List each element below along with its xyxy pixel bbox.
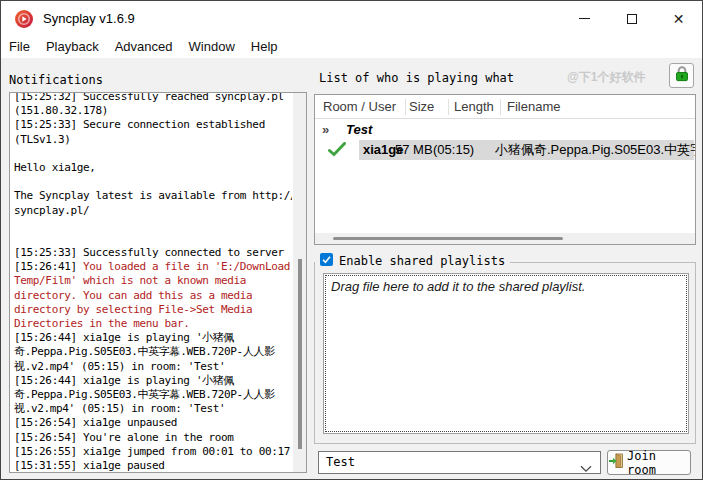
app-logo-icon	[14, 9, 34, 29]
join-room-label: Join room	[627, 449, 690, 477]
room-name: Test	[346, 121, 372, 139]
drag-hint-text: Drag file here to add it to the shared p…	[331, 279, 585, 294]
column-divider	[448, 99, 449, 115]
menu-bar: FilePlaybackAdvancedWindowHelp	[1, 36, 702, 58]
log-line: [15:26:44] xia1ge is playing '小猪佩	[14, 374, 292, 388]
log-line: (151.80.32.178)	[14, 104, 292, 118]
playing-table-header[interactable]: Room / User Size Length Filename	[315, 95, 695, 119]
log-line: 奇.Peppa.Pig.S05E03.中英字幕.WEB.720P-人人影	[14, 388, 292, 402]
user-filename: 小猪佩奇.Peppa.Pig.S05E03.中英字幕.WEB.720P-人人影视…	[495, 140, 695, 160]
room-combobox[interactable]: Test	[318, 451, 601, 474]
menu-window[interactable]: Window	[181, 36, 243, 58]
table-hscrollbar-thumb[interactable]	[333, 237, 563, 240]
table-hscrollbar[interactable]	[315, 233, 695, 244]
column-room-user[interactable]: Room / User	[323, 95, 396, 119]
user-file-length: (05:15)	[433, 140, 474, 160]
door-icon	[608, 453, 624, 473]
maximize-icon	[627, 14, 637, 24]
log-line: (TLSv1.3)	[14, 133, 292, 147]
checkbox-checked-icon[interactable]	[320, 252, 333, 270]
watermark-text: @下1个好软件	[567, 69, 645, 86]
log-line: [15:26:54] xia1ge unpaused	[14, 416, 292, 430]
column-divider	[500, 99, 501, 115]
log-line: Temp/Film' which is not a known media	[14, 274, 292, 288]
log-line	[14, 147, 292, 161]
notifications-log: [15:25:32] Successfully reached syncplay…	[14, 92, 292, 473]
log-line: [15:25:32] Successfully reached syncplay…	[14, 92, 292, 104]
table-row-user[interactable]: xia1ge 57 MB (05:15) 小猪佩奇.Peppa.Pig.S05E…	[315, 140, 695, 161]
column-size[interactable]: Size	[409, 95, 434, 119]
room-combobox-value: Test	[326, 452, 355, 473]
log-line: directory. You can add this as a media	[14, 289, 292, 303]
log-line	[14, 232, 292, 246]
table-row-room[interactable]: » Test	[315, 121, 695, 140]
log-line: directory by selecting File->Set Media	[14, 303, 292, 317]
log-scrollbar-thumb[interactable]	[298, 259, 302, 449]
menu-help[interactable]: Help	[243, 36, 286, 58]
user-file-size: 57 MB	[395, 140, 433, 160]
log-line: [15:26:55] xia1ge jumped from 00:01 to 0…	[14, 445, 292, 459]
lock-icon	[673, 65, 691, 87]
playing-list-label: List of who is playing what	[319, 71, 514, 85]
room-lock-button[interactable]	[669, 63, 694, 88]
expander-icon[interactable]: »	[322, 121, 329, 139]
playing-table[interactable]: Room / User Size Length Filename » Test …	[314, 94, 696, 245]
syncplay-window: Syncplay v1.6.9 ✕ FilePlaybackAdvancedWi…	[0, 0, 703, 480]
window-title: Syncplay v1.6.9	[43, 1, 135, 36]
log-line: [15:31:55] xia1ge paused	[14, 459, 292, 473]
log-line	[14, 218, 292, 232]
log-line: 奇.Peppa.Pig.S05E03.中英字幕.WEB.720P-人人影	[14, 345, 292, 359]
close-button[interactable]: ✕	[655, 1, 702, 36]
log-line: 视.v2.mp4' (05:15) in room: 'Test'	[14, 360, 292, 374]
maximize-button[interactable]	[608, 1, 655, 36]
log-scrollbar[interactable]	[293, 93, 306, 472]
check-icon	[328, 142, 346, 161]
title-bar[interactable]: Syncplay v1.6.9 ✕	[1, 1, 702, 36]
log-line: [15:26:54] You're alone in the room	[14, 431, 292, 445]
column-divider	[405, 99, 406, 115]
log-line: [15:25:33] Successfully connected to ser…	[14, 246, 292, 260]
drop-area-focus-rect	[325, 275, 687, 432]
menu-playback[interactable]: Playback	[38, 36, 107, 58]
notifications-label: Notifications	[9, 73, 103, 87]
log-line: Directories in the menu bar.	[14, 317, 292, 331]
enable-shared-playlists-label: Enable shared playlists	[339, 254, 505, 268]
minimize-button[interactable]	[561, 1, 608, 36]
join-room-button[interactable]: Join room	[607, 450, 691, 475]
log-line: 视.v2.mp4' (05:15) in room: 'Test'	[14, 402, 292, 416]
chevron-down-icon[interactable]	[580, 459, 592, 477]
notifications-log-box[interactable]: [15:25:32] Successfully reached syncplay…	[9, 92, 307, 473]
log-line: [15:25:33] Secure connection established	[14, 118, 292, 132]
log-line	[14, 175, 292, 189]
column-length[interactable]: Length	[454, 95, 494, 119]
menu-advanced[interactable]: Advanced	[107, 36, 181, 58]
log-line: syncplay.pl/	[14, 204, 292, 218]
menu-file[interactable]: File	[1, 36, 38, 58]
log-line: Hello xia1ge,	[14, 161, 292, 175]
log-line: [15:26:41] You loaded a file in 'E:/Down…	[14, 260, 292, 274]
close-icon: ✕	[673, 12, 685, 26]
shared-playlist-drop-area[interactable]: Drag file here to add it to the shared p…	[323, 273, 689, 434]
minimize-icon	[579, 18, 590, 19]
log-line: [15:26:44] xia1ge is playing '小猪佩	[14, 331, 292, 345]
column-filename[interactable]: Filename	[507, 95, 560, 119]
log-line: The Syncplay latest is available from ht…	[14, 189, 292, 203]
enable-shared-playlists[interactable]: Enable shared playlists	[315, 253, 510, 269]
